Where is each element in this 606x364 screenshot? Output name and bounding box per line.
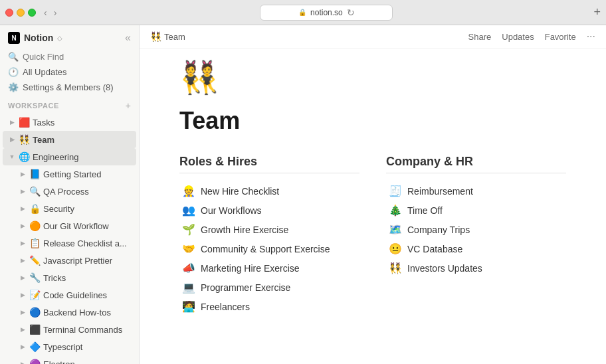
forward-button[interactable]: › xyxy=(51,6,60,19)
toggle-icon: ▶ xyxy=(5,116,19,129)
item-emoji: 👥 xyxy=(182,204,195,217)
sidebar-item-backend[interactable]: ▶ 🔵 Backend How-tos xyxy=(13,304,136,321)
sidebar-item-electron[interactable]: ▶ 🟣 Electron xyxy=(13,355,136,364)
content-grid: Roles & Hires 👷 New Hire Checklist 👥 Our… xyxy=(179,155,566,316)
sidebar-item-getting-started[interactable]: ▶ 📘 Getting Started xyxy=(13,165,136,183)
item-label: Reimbursement xyxy=(407,186,473,197)
tricks-label: Tricks xyxy=(43,273,131,283)
toggle-icon: ▶ xyxy=(16,306,29,319)
item-emoji: 👷 xyxy=(182,185,195,197)
workspace-add-button[interactable]: + xyxy=(126,100,131,111)
list-item[interactable]: 🧾 Reimbursement xyxy=(386,181,566,201)
sidebar-item-engineering[interactable]: ▼ 🌐 Engineering ··· + xyxy=(3,148,136,165)
backend-emoji: 🔵 xyxy=(29,307,41,318)
list-item[interactable]: 💻 Programmer Exercise xyxy=(179,278,359,297)
notion-icon: N xyxy=(8,32,20,44)
page-body: 👯 Team Roles & Hires 👷 New Hire Checklis… xyxy=(140,48,606,364)
url-bar[interactable]: 🔒 notion.so ↻ xyxy=(260,5,393,21)
js-emoji: ✏️ xyxy=(29,255,41,266)
sidebar-item-release-checklist[interactable]: ▶ 📋 Release Checklist a... xyxy=(13,234,136,252)
list-item[interactable]: 📣 Marketing Hire Exercise xyxy=(179,258,359,278)
sidebar-item-js-prettier[interactable]: ▶ ✏️ Javascript Prettier xyxy=(13,252,136,269)
engineering-children: ▶ 📘 Getting Started ▶ 🔍 QA Process ▶ 🔒 S… xyxy=(0,165,139,364)
item-emoji: 😐 xyxy=(389,242,402,255)
clock-icon: 🕐 xyxy=(8,67,19,77)
sidebar-item-code-guidelines[interactable]: ▶ 📝 Code Guidelines xyxy=(13,286,136,304)
engineering-label: Engineering xyxy=(33,152,110,162)
item-emoji: 🌱 xyxy=(182,223,195,236)
notion-chevron-icon: ◇ xyxy=(57,35,62,42)
item-label: Investors Updates xyxy=(407,263,482,274)
sidebar: N Notion ◇ « 🔍 Quick Find 🕐 All Updates … xyxy=(0,25,140,364)
company-hr-section: Company & HR 🧾 Reimbursement 🎄 Time Off … xyxy=(386,155,566,316)
typescript-label: Typescript xyxy=(43,342,131,352)
item-label: Growth Hire Exercise xyxy=(201,225,288,235)
list-item[interactable]: 👥 Our Workflows xyxy=(179,201,359,220)
item-label: New Hire Checklist xyxy=(201,186,279,197)
list-item[interactable]: 🗺️ Company Trips xyxy=(386,220,566,239)
sidebar-item-git-workflow[interactable]: ▶ 🟠 Our Git Workflow xyxy=(13,217,136,234)
back-button[interactable]: ‹ xyxy=(41,6,50,19)
code-emoji: 📝 xyxy=(29,290,41,300)
roles-hires-section: Roles & Hires 👷 New Hire Checklist 👥 Our… xyxy=(179,155,359,316)
url-text: notion.so xyxy=(310,8,343,17)
sidebar-item-tricks[interactable]: ▶ 🔧 Tricks xyxy=(13,269,136,286)
tasks-emoji: 🟥 xyxy=(19,117,30,128)
git-label: Our Git Workflow xyxy=(43,221,131,231)
notion-logo[interactable]: N Notion ◇ xyxy=(8,32,62,44)
sidebar-item-security[interactable]: ▶ 🔒 Security xyxy=(13,200,136,217)
traffic-lights xyxy=(5,9,36,17)
list-item[interactable]: 👯 Investors Updates xyxy=(386,258,566,278)
code-label: Code Guidelines xyxy=(43,290,131,300)
sidebar-item-typescript[interactable]: ▶ 🔷 Typescript xyxy=(13,338,136,355)
minimize-button[interactable] xyxy=(17,9,25,17)
favorite-button[interactable]: Favorite xyxy=(545,32,576,42)
item-label: Programmer Exercise xyxy=(201,282,290,293)
toggle-icon: ▶ xyxy=(16,185,29,198)
sidebar-item-tasks[interactable]: ▶ 🟥 Tasks xyxy=(3,114,136,131)
toggle-icon: ▶ xyxy=(16,236,29,250)
qa-label: QA Process xyxy=(43,187,131,197)
item-emoji: 🧾 xyxy=(389,185,402,197)
item-emoji: 🎄 xyxy=(389,204,402,217)
item-label: Marketing Hire Exercise xyxy=(201,263,300,274)
sidebar-item-team[interactable]: ▶ 👯 Team xyxy=(3,131,136,148)
toggle-icon: ▶ xyxy=(16,340,29,353)
updates-button[interactable]: Updates xyxy=(502,32,534,42)
engineering-add-button[interactable]: + xyxy=(122,151,131,162)
quick-find-button[interactable]: 🔍 Quick Find xyxy=(0,49,139,64)
more-button[interactable]: ··· xyxy=(587,31,595,43)
list-item[interactable]: 👷 New Hire Checklist xyxy=(179,181,359,201)
security-label: Security xyxy=(43,204,131,214)
settings-members-button[interactable]: ⚙️ Settings & Members (8) xyxy=(0,80,139,95)
sidebar-item-qa-process[interactable]: ▶ 🔍 QA Process xyxy=(13,183,136,200)
list-item[interactable]: 🤝 Community & Support Exercise xyxy=(179,239,359,258)
close-button[interactable] xyxy=(5,9,13,17)
list-item[interactable]: 🎄 Time Off xyxy=(386,201,566,220)
reload-button[interactable]: ↻ xyxy=(347,7,355,18)
toggle-icon: ▶ xyxy=(16,357,29,364)
item-emoji: 📣 xyxy=(182,262,195,274)
engineering-more-button[interactable]: ··· xyxy=(110,151,121,162)
list-item[interactable]: 🧑‍💻 Freelancers xyxy=(179,297,359,316)
page-toolbar: 👯 Team Share Updates Favorite ··· xyxy=(140,25,606,48)
share-button[interactable]: Share xyxy=(468,32,492,42)
sidebar-item-terminal[interactable]: ▶ ⬛ Terminal Commands xyxy=(13,321,136,338)
toggle-icon: ▶ xyxy=(16,167,29,181)
release-label: Release Checklist a... xyxy=(43,238,131,248)
item-label: Our Workflows xyxy=(201,205,262,216)
nav-buttons: ‹ › xyxy=(41,6,59,19)
all-updates-button[interactable]: 🕐 All Updates xyxy=(0,64,139,80)
list-item[interactable]: 😐 VC Database xyxy=(386,239,566,258)
browser-chrome: ‹ › 🔒 notion.so ↻ + xyxy=(0,0,606,25)
app-container: N Notion ◇ « 🔍 Quick Find 🕐 All Updates … xyxy=(0,25,606,364)
electron-emoji: 🟣 xyxy=(29,359,41,364)
toggle-icon: ▶ xyxy=(5,133,19,146)
maximize-button[interactable] xyxy=(28,9,36,17)
new-tab-button[interactable]: + xyxy=(593,5,601,19)
list-item[interactable]: 🌱 Growth Hire Exercise xyxy=(179,220,359,239)
toggle-icon: ▶ xyxy=(16,202,29,215)
team-label: Team xyxy=(33,135,131,145)
git-emoji: 🟠 xyxy=(29,221,41,231)
collapse-sidebar-button[interactable]: « xyxy=(125,32,131,44)
